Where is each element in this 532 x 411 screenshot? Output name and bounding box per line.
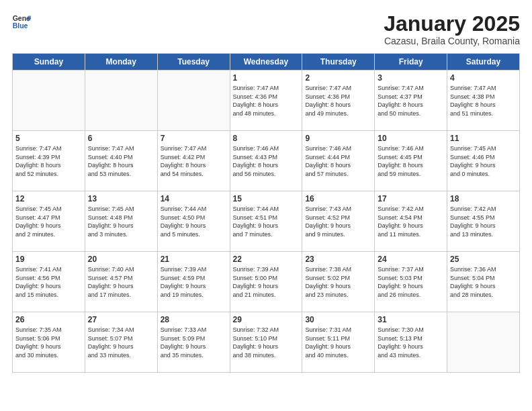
date-number: 21 bbox=[161, 255, 227, 264]
calendar-cell: 5Sunrise: 7:47 AM Sunset: 4:39 PM Daylig… bbox=[13, 131, 85, 191]
week-row-1: 5Sunrise: 7:47 AM Sunset: 4:39 PM Daylig… bbox=[13, 131, 520, 191]
calendar-cell: 29Sunrise: 7:32 AM Sunset: 5:10 PM Dayli… bbox=[230, 312, 302, 373]
date-number: 11 bbox=[450, 134, 517, 143]
cell-info: Sunrise: 7:43 AM Sunset: 4:52 PM Dayligh… bbox=[305, 205, 371, 238]
title-block: January 2025 Cazasu, Braila County, Roma… bbox=[384, 12, 520, 46]
calendar-cell bbox=[157, 71, 230, 131]
date-number: 17 bbox=[378, 194, 444, 203]
date-number: 26 bbox=[15, 315, 82, 324]
cell-info: Sunrise: 7:44 AM Sunset: 4:51 PM Dayligh… bbox=[233, 205, 300, 238]
calendar-cell: 31Sunrise: 7:30 AM Sunset: 5:13 PM Dayli… bbox=[375, 312, 447, 373]
calendar-cell: 25Sunrise: 7:36 AM Sunset: 5:04 PM Dayli… bbox=[447, 252, 520, 312]
calendar-subtitle: Cazasu, Braila County, Romania bbox=[384, 36, 520, 46]
cell-info: Sunrise: 7:31 AM Sunset: 5:11 PM Dayligh… bbox=[305, 326, 371, 359]
cell-info: Sunrise: 7:45 AM Sunset: 4:48 PM Dayligh… bbox=[88, 205, 154, 238]
calendar-cell: 23Sunrise: 7:38 AM Sunset: 5:02 PM Dayli… bbox=[302, 252, 375, 312]
cell-info: Sunrise: 7:47 AM Sunset: 4:39 PM Dayligh… bbox=[15, 144, 82, 178]
date-number: 29 bbox=[233, 315, 300, 324]
cell-info: Sunrise: 7:42 AM Sunset: 4:54 PM Dayligh… bbox=[378, 205, 444, 238]
calendar-cell: 14Sunrise: 7:44 AM Sunset: 4:50 PM Dayli… bbox=[157, 191, 230, 252]
calendar-cell: 4Sunrise: 7:47 AM Sunset: 4:38 PM Daylig… bbox=[447, 71, 520, 131]
calendar-cell: 3Sunrise: 7:47 AM Sunset: 4:37 PM Daylig… bbox=[375, 71, 447, 131]
week-row-4: 26Sunrise: 7:35 AM Sunset: 5:06 PM Dayli… bbox=[13, 312, 520, 373]
calendar-cell: 17Sunrise: 7:42 AM Sunset: 4:54 PM Dayli… bbox=[375, 191, 447, 252]
cell-info: Sunrise: 7:39 AM Sunset: 4:59 PM Dayligh… bbox=[161, 265, 227, 299]
calendar-cell: 24Sunrise: 7:37 AM Sunset: 5:03 PM Dayli… bbox=[375, 252, 447, 312]
calendar-cell: 21Sunrise: 7:39 AM Sunset: 4:59 PM Dayli… bbox=[157, 252, 230, 312]
calendar-cell: 13Sunrise: 7:45 AM Sunset: 4:48 PM Dayli… bbox=[85, 191, 157, 252]
calendar-cell: 27Sunrise: 7:34 AM Sunset: 5:07 PM Dayli… bbox=[85, 312, 157, 373]
cell-info: Sunrise: 7:42 AM Sunset: 4:55 PM Dayligh… bbox=[450, 205, 517, 238]
calendar-table: SundayMondayTuesdayWednesdayThursdayFrid… bbox=[12, 53, 520, 373]
cell-info: Sunrise: 7:46 AM Sunset: 4:43 PM Dayligh… bbox=[233, 144, 300, 178]
cell-info: Sunrise: 7:30 AM Sunset: 5:13 PM Dayligh… bbox=[378, 326, 444, 359]
date-number: 25 bbox=[450, 255, 517, 264]
calendar-cell: 12Sunrise: 7:45 AM Sunset: 4:47 PM Dayli… bbox=[13, 191, 85, 252]
calendar-cell: 9Sunrise: 7:46 AM Sunset: 4:44 PM Daylig… bbox=[302, 131, 375, 191]
day-header-sunday: Sunday bbox=[13, 54, 85, 71]
cell-info: Sunrise: 7:47 AM Sunset: 4:36 PM Dayligh… bbox=[233, 84, 300, 118]
date-number: 23 bbox=[305, 255, 371, 264]
logo-icon: General Blue bbox=[12, 12, 31, 31]
cell-info: Sunrise: 7:46 AM Sunset: 4:44 PM Dayligh… bbox=[305, 144, 371, 178]
cell-info: Sunrise: 7:39 AM Sunset: 5:00 PM Dayligh… bbox=[233, 265, 300, 299]
calendar-cell: 15Sunrise: 7:44 AM Sunset: 4:51 PM Dayli… bbox=[230, 191, 302, 252]
day-header-thursday: Thursday bbox=[302, 54, 375, 71]
date-number: 1 bbox=[233, 73, 300, 83]
calendar-cell: 16Sunrise: 7:43 AM Sunset: 4:52 PM Dayli… bbox=[302, 191, 375, 252]
date-number: 20 bbox=[88, 255, 154, 264]
day-header-friday: Friday bbox=[375, 54, 447, 71]
calendar-cell: 7Sunrise: 7:47 AM Sunset: 4:42 PM Daylig… bbox=[157, 131, 230, 191]
cell-info: Sunrise: 7:37 AM Sunset: 5:03 PM Dayligh… bbox=[378, 265, 444, 299]
header: General Blue January 2025 Cazasu, Braila… bbox=[12, 12, 520, 46]
cell-info: Sunrise: 7:47 AM Sunset: 4:38 PM Dayligh… bbox=[450, 84, 517, 118]
calendar-cell: 22Sunrise: 7:39 AM Sunset: 5:00 PM Dayli… bbox=[230, 252, 302, 312]
cell-info: Sunrise: 7:47 AM Sunset: 4:37 PM Dayligh… bbox=[378, 84, 444, 118]
calendar-cell: 10Sunrise: 7:46 AM Sunset: 4:45 PM Dayli… bbox=[375, 131, 447, 191]
date-number: 14 bbox=[161, 194, 227, 203]
date-number: 13 bbox=[88, 194, 154, 203]
date-number: 12 bbox=[15, 194, 82, 203]
cell-info: Sunrise: 7:34 AM Sunset: 5:07 PM Dayligh… bbox=[88, 326, 154, 359]
cell-info: Sunrise: 7:35 AM Sunset: 5:06 PM Dayligh… bbox=[15, 326, 82, 359]
day-header-wednesday: Wednesday bbox=[230, 54, 302, 71]
cell-info: Sunrise: 7:46 AM Sunset: 4:45 PM Dayligh… bbox=[378, 144, 444, 178]
page: General Blue January 2025 Cazasu, Braila… bbox=[0, 0, 532, 411]
week-row-2: 12Sunrise: 7:45 AM Sunset: 4:47 PM Dayli… bbox=[13, 191, 520, 252]
cell-info: Sunrise: 7:45 AM Sunset: 4:46 PM Dayligh… bbox=[450, 144, 517, 178]
date-number: 15 bbox=[233, 194, 300, 203]
calendar-cell bbox=[85, 71, 157, 131]
calendar-cell bbox=[447, 312, 520, 373]
calendar-cell: 2Sunrise: 7:47 AM Sunset: 4:36 PM Daylig… bbox=[302, 71, 375, 131]
date-number: 10 bbox=[378, 134, 444, 143]
calendar-cell: 28Sunrise: 7:33 AM Sunset: 5:09 PM Dayli… bbox=[157, 312, 230, 373]
calendar-cell: 19Sunrise: 7:41 AM Sunset: 4:56 PM Dayli… bbox=[13, 252, 85, 312]
date-number: 5 bbox=[15, 134, 82, 143]
cell-info: Sunrise: 7:47 AM Sunset: 4:40 PM Dayligh… bbox=[88, 144, 154, 178]
day-header-saturday: Saturday bbox=[447, 54, 520, 71]
date-number: 6 bbox=[88, 134, 154, 143]
date-number: 16 bbox=[305, 194, 371, 203]
calendar-cell: 26Sunrise: 7:35 AM Sunset: 5:06 PM Dayli… bbox=[13, 312, 85, 373]
date-number: 18 bbox=[450, 194, 517, 203]
calendar-cell: 20Sunrise: 7:40 AM Sunset: 4:57 PM Dayli… bbox=[85, 252, 157, 312]
cell-info: Sunrise: 7:47 AM Sunset: 4:42 PM Dayligh… bbox=[161, 144, 227, 178]
date-number: 30 bbox=[305, 315, 371, 324]
cell-info: Sunrise: 7:47 AM Sunset: 4:36 PM Dayligh… bbox=[305, 84, 371, 118]
calendar-cell: 8Sunrise: 7:46 AM Sunset: 4:43 PM Daylig… bbox=[230, 131, 302, 191]
day-header-tuesday: Tuesday bbox=[157, 54, 230, 71]
date-number: 27 bbox=[88, 315, 154, 324]
calendar-cell: 6Sunrise: 7:47 AM Sunset: 4:40 PM Daylig… bbox=[85, 131, 157, 191]
date-number: 24 bbox=[378, 255, 444, 264]
week-row-0: 1Sunrise: 7:47 AM Sunset: 4:36 PM Daylig… bbox=[13, 71, 520, 131]
cell-info: Sunrise: 7:38 AM Sunset: 5:02 PM Dayligh… bbox=[305, 265, 371, 299]
cell-info: Sunrise: 7:45 AM Sunset: 4:47 PM Dayligh… bbox=[15, 205, 82, 238]
calendar-cell: 30Sunrise: 7:31 AM Sunset: 5:11 PM Dayli… bbox=[302, 312, 375, 373]
svg-text:Blue: Blue bbox=[13, 21, 28, 30]
cell-info: Sunrise: 7:33 AM Sunset: 5:09 PM Dayligh… bbox=[161, 326, 227, 359]
date-number: 4 bbox=[450, 73, 517, 83]
date-number: 19 bbox=[15, 255, 82, 264]
calendar-cell bbox=[13, 71, 85, 131]
cell-info: Sunrise: 7:44 AM Sunset: 4:50 PM Dayligh… bbox=[161, 205, 227, 238]
calendar-title: January 2025 bbox=[384, 12, 520, 36]
